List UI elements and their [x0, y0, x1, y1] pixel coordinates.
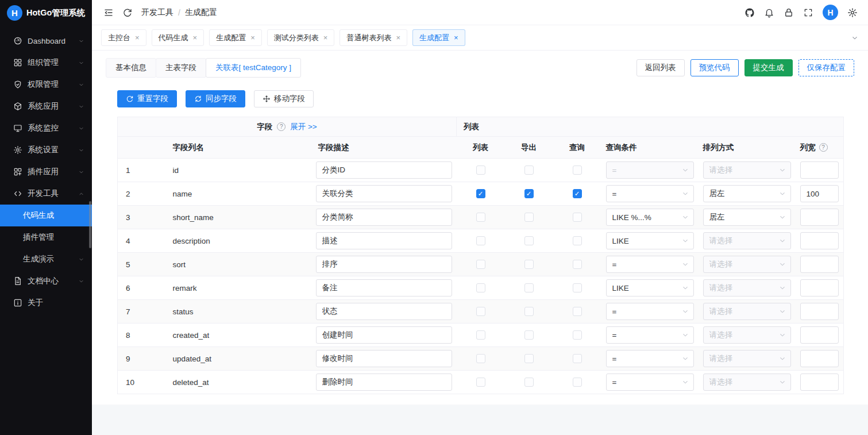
sidebar-collapse-icon[interactable] — [103, 7, 114, 18]
reload-icon[interactable] — [122, 7, 133, 18]
export-checkbox[interactable] — [524, 213, 534, 222]
content-tab-basic-info[interactable]: 基本信息 — [106, 58, 156, 78]
field-desc-input[interactable] — [316, 374, 452, 391]
export-checkbox[interactable] — [524, 260, 534, 269]
sidebar-item-plugin-manage[interactable]: 插件管理 — [0, 226, 92, 248]
export-checkbox[interactable] — [524, 283, 534, 292]
tab-close-icon[interactable]: × — [396, 34, 400, 41]
sidebar-item-organization[interactable]: 组织管理 — [0, 52, 92, 74]
sidebar-item-system-settings[interactable]: 系统设置 — [0, 139, 92, 161]
app-logo[interactable]: H HotGo管理系统 — [0, 0, 92, 25]
query-checkbox[interactable] — [573, 260, 582, 269]
sidebar-item-generate-demo[interactable]: 生成演示 — [0, 248, 92, 270]
field-desc-input[interactable] — [316, 350, 452, 367]
query-condition-select[interactable]: = — [606, 374, 694, 391]
tab-test-category-list[interactable]: 测试分类列表 × — [267, 29, 335, 46]
export-checkbox[interactable] — [524, 378, 534, 387]
field-desc-input[interactable] — [316, 161, 452, 179]
align-select[interactable]: 请选择 — [703, 161, 791, 179]
list-checkbox[interactable] — [476, 213, 485, 222]
query-condition-select[interactable]: LIKE — [606, 279, 694, 297]
list-checkbox[interactable] — [476, 378, 485, 387]
query-condition-select[interactable]: LIKE — [606, 232, 694, 249]
sidebar-item-dashboard[interactable]: Dashboard — [0, 30, 92, 52]
align-select[interactable]: 居左 — [703, 185, 791, 202]
list-checkbox[interactable] — [476, 283, 485, 292]
align-select[interactable]: 请选择 — [703, 279, 791, 297]
tab-generate-config-2[interactable]: 生成配置 × — [412, 29, 465, 46]
list-checkbox[interactable] — [476, 189, 485, 198]
query-condition-select[interactable]: = — [606, 185, 694, 202]
query-checkbox[interactable] — [573, 283, 582, 292]
column-width-input[interactable] — [800, 256, 839, 273]
fullscreen-icon[interactable] — [803, 7, 813, 18]
field-desc-input[interactable] — [316, 232, 452, 249]
query-checkbox[interactable] — [573, 189, 582, 198]
align-select[interactable]: 居左 — [703, 209, 791, 226]
user-avatar[interactable]: H — [823, 5, 838, 20]
reset-fields-button[interactable]: 重置字段 — [117, 90, 177, 107]
notification-bell-icon[interactable] — [764, 7, 774, 18]
sidebar-item-code-generation[interactable]: 代码生成 — [0, 205, 92, 226]
query-condition-select[interactable]: = — [606, 350, 694, 367]
query-checkbox[interactable] — [573, 330, 582, 340]
column-width-input[interactable] — [800, 350, 839, 367]
export-checkbox[interactable] — [524, 354, 534, 363]
query-checkbox[interactable] — [573, 378, 582, 387]
query-condition-select[interactable]: = — [606, 303, 694, 320]
sync-fields-button[interactable]: 同步字段 — [186, 90, 245, 107]
expand-link[interactable]: 展开 >> — [290, 122, 317, 132]
export-checkbox[interactable] — [524, 330, 534, 340]
field-desc-input[interactable] — [316, 326, 452, 344]
list-checkbox[interactable] — [476, 354, 485, 363]
move-fields-button[interactable]: 移动字段 — [254, 90, 314, 107]
sidebar-item-about[interactable]: 关于 — [0, 292, 92, 314]
column-width-input[interactable] — [800, 303, 839, 320]
back-to-list-button[interactable]: 返回列表 — [636, 59, 685, 76]
export-checkbox[interactable] — [524, 165, 534, 175]
field-desc-input[interactable] — [316, 209, 452, 226]
list-checkbox[interactable] — [476, 260, 485, 269]
tab-close-icon[interactable]: × — [250, 34, 255, 41]
field-desc-input[interactable] — [316, 185, 452, 202]
column-width-input[interactable] — [800, 185, 839, 202]
content-tab-related-table[interactable]: 关联表[ testCategory ] — [206, 58, 301, 78]
query-checkbox[interactable] — [573, 165, 582, 175]
align-select[interactable]: 请选择 — [703, 326, 791, 344]
tab-generate-config[interactable]: 生成配置 × — [209, 29, 262, 46]
tab-close-icon[interactable]: × — [193, 34, 198, 41]
query-condition-select[interactable]: LIKE %...% — [606, 209, 694, 226]
submit-generate-button[interactable]: 提交生成 — [744, 59, 793, 76]
github-icon[interactable] — [744, 7, 755, 18]
tab-tree-table-list[interactable]: 普通树表列表 × — [340, 29, 407, 46]
column-width-input[interactable] — [800, 209, 839, 226]
content-tab-main-table-fields[interactable]: 主表字段 — [156, 58, 206, 78]
query-checkbox[interactable] — [573, 354, 582, 363]
export-checkbox[interactable] — [524, 236, 534, 245]
export-checkbox[interactable] — [524, 189, 534, 198]
column-width-input[interactable] — [800, 161, 839, 179]
field-help-icon[interactable]: ? — [277, 122, 286, 131]
preview-code-button[interactable]: 预览代码 — [690, 59, 739, 76]
tab-close-icon[interactable]: × — [135, 34, 140, 41]
save-config-only-button[interactable]: 仅保存配置 — [798, 59, 855, 76]
query-checkbox[interactable] — [573, 236, 582, 245]
tab-close-icon[interactable]: × — [323, 34, 328, 41]
column-width-input[interactable] — [800, 326, 839, 344]
tab-console[interactable]: 主控台 × — [101, 29, 146, 46]
sidebar-item-doc-center[interactable]: 文档中心 — [0, 270, 92, 292]
export-checkbox[interactable] — [524, 307, 534, 316]
list-checkbox[interactable] — [476, 165, 485, 175]
list-checkbox[interactable] — [476, 330, 485, 340]
align-select[interactable]: 请选择 — [703, 232, 791, 249]
tab-code-generation[interactable]: 代码生成 × — [152, 29, 205, 46]
sidebar-item-dev-tools[interactable]: 开发工具 — [0, 183, 92, 205]
query-condition-select[interactable]: = — [606, 161, 694, 179]
sidebar-item-system-app[interactable]: 系统应用 — [0, 95, 92, 117]
query-checkbox[interactable] — [573, 213, 582, 222]
tab-list-chevron-icon[interactable] — [851, 34, 859, 42]
query-condition-select[interactable]: = — [606, 326, 694, 344]
sidebar-item-permission[interactable]: 权限管理 — [0, 74, 92, 95]
align-select[interactable]: 请选择 — [703, 374, 791, 391]
column-width-input[interactable] — [800, 374, 839, 391]
